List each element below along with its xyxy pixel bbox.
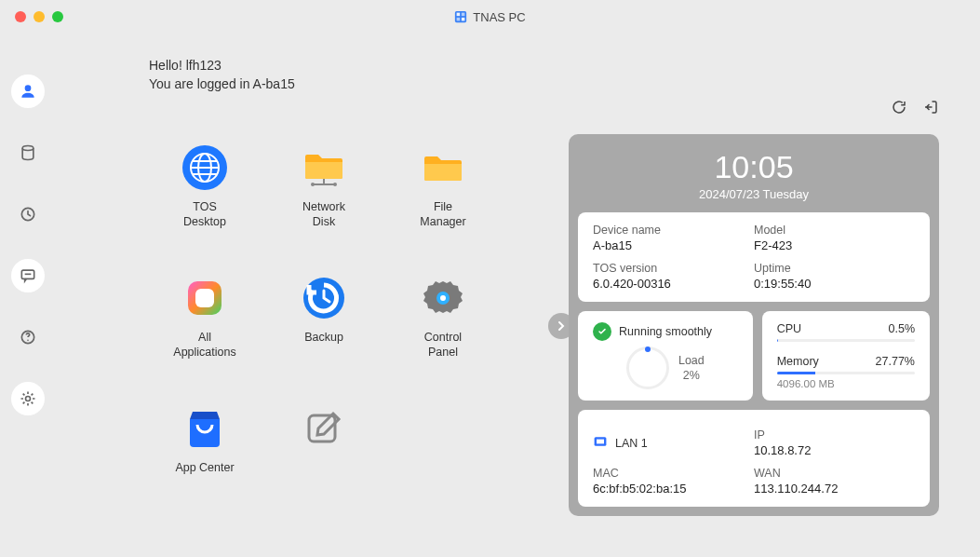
app-label: All Applications xyxy=(173,330,235,360)
maximize-button[interactable] xyxy=(52,11,63,22)
value: 6c:bf:b5:02:ba:15 xyxy=(593,482,754,496)
app-control-panel[interactable]: Control Panel xyxy=(387,274,499,386)
cpu-value: 0.5% xyxy=(889,322,916,335)
network-card: LAN 1 IP 10.18.8.72 MAC 6c:bf:b5:02:ba:1… xyxy=(578,410,930,507)
user-icon xyxy=(19,82,37,101)
svg-point-21 xyxy=(311,183,315,186)
app-all-applications[interactable]: All Applications xyxy=(149,274,261,386)
gear-icon xyxy=(19,389,37,408)
greeting: Hello! lfh123 You are logged in A-ba15 xyxy=(149,58,295,91)
model-field: Model F2-423 xyxy=(754,224,915,252)
svg-rect-4 xyxy=(462,18,465,21)
svg-rect-24 xyxy=(195,289,214,307)
value: 113.110.244.72 xyxy=(754,482,915,496)
apps-grid-icon xyxy=(181,274,229,322)
label: Load xyxy=(678,353,705,368)
greeting-hello: Hello! lfh123 xyxy=(149,58,295,73)
app-logo-icon xyxy=(454,10,467,23)
memory-bar xyxy=(777,372,915,374)
titlebar: TNAS PC xyxy=(0,0,980,34)
label: MAC xyxy=(593,467,754,480)
memory-total: 4096.00 MB xyxy=(777,378,915,389)
status-text: Running smoothly xyxy=(619,325,712,338)
minimize-button[interactable] xyxy=(34,11,45,22)
app-tos-desktop[interactable]: TOS Desktop xyxy=(149,143,261,255)
gear-solid-icon xyxy=(419,274,467,322)
logout-button[interactable] xyxy=(922,99,939,119)
app-file-manager[interactable]: File Manager xyxy=(387,143,499,255)
app-label: Control Panel xyxy=(424,330,462,360)
device-card: Device name A-ba15 Model F2-423 TOS vers… xyxy=(578,212,930,302)
ip-field: IP 10.18.8.72 xyxy=(754,428,915,457)
chat-icon xyxy=(19,266,37,285)
refresh-icon xyxy=(891,99,907,115)
cpu-card: CPU 0.5% Memory 27.77% 4096.00 MB xyxy=(762,311,930,401)
value: 10.18.8.72 xyxy=(754,443,915,457)
globe-icon xyxy=(181,143,229,192)
cpu-bar xyxy=(777,339,915,342)
svg-point-27 xyxy=(440,295,446,301)
lan-head: LAN 1 xyxy=(593,428,754,457)
help-icon xyxy=(19,328,37,346)
value: 6.0.420-00316 xyxy=(593,277,754,291)
svg-point-6 xyxy=(22,146,34,151)
logout-icon xyxy=(922,99,939,115)
label: TOS version xyxy=(593,262,754,275)
close-button[interactable] xyxy=(15,11,26,22)
app-label: Network Disk xyxy=(302,199,345,230)
label: IP xyxy=(754,428,915,442)
app-label: App Center xyxy=(175,460,234,475)
folder-icon xyxy=(419,143,467,192)
svg-rect-0 xyxy=(455,11,466,22)
svg-point-22 xyxy=(333,183,337,186)
sidebar-user[interactable] xyxy=(11,75,45,108)
app-app-center[interactable]: App Center xyxy=(149,404,261,516)
app-edit[interactable] xyxy=(268,404,380,516)
clock: 10:05 2024/07/23 Tuesday xyxy=(578,143,930,203)
value: 0:19:55:40 xyxy=(754,277,915,291)
dashboard: 10:05 2024/07/23 Tuesday Device name A-b… xyxy=(569,134,939,516)
time-text: 10:05 xyxy=(578,149,930,185)
value: A-ba15 xyxy=(593,238,754,252)
app-network-disk[interactable]: Network Disk xyxy=(268,143,380,255)
chevron-right-icon xyxy=(554,319,569,333)
value: F2-423 xyxy=(754,238,915,252)
svg-rect-1 xyxy=(457,13,461,17)
main: Hello! lfh123 You are logged in A-ba15 T… xyxy=(56,34,980,557)
sidebar-help[interactable] xyxy=(11,320,45,354)
svg-rect-2 xyxy=(462,13,465,17)
uptime-field: Uptime 0:19:55:40 xyxy=(754,262,915,291)
label: Uptime xyxy=(754,262,915,275)
load-gauge xyxy=(626,346,669,389)
value: 2% xyxy=(678,368,705,383)
app-grid: TOS Desktop Network Disk File Manager xyxy=(149,143,503,557)
edit-square-icon xyxy=(300,404,348,453)
app-backup[interactable]: Backup xyxy=(268,274,380,386)
title-text: TNAS PC xyxy=(473,10,525,24)
device-name-field: Device name A-ba15 xyxy=(593,224,754,252)
app-label: Backup xyxy=(304,330,343,345)
tos-version-field: TOS version 6.0.420-00316 xyxy=(593,262,754,291)
window: TNAS PC Hello! lfh1 xyxy=(0,0,980,557)
sidebar-disk[interactable] xyxy=(11,136,45,170)
content: Hello! lfh123 You are logged in A-ba15 T… xyxy=(0,34,980,557)
traffic-lights xyxy=(15,11,63,22)
svg-point-11 xyxy=(27,340,29,342)
window-title: TNAS PC xyxy=(0,10,980,24)
sidebar-chat[interactable] xyxy=(11,259,45,292)
lan-name: LAN 1 xyxy=(615,437,648,450)
svg-point-5 xyxy=(25,85,32,91)
svg-rect-3 xyxy=(457,18,461,21)
wan-field: WAN 113.110.244.72 xyxy=(754,467,915,496)
disk-icon xyxy=(19,143,37,162)
refresh-button[interactable] xyxy=(891,99,907,119)
toolbar-right xyxy=(891,99,939,119)
sidebar-history[interactable] xyxy=(11,197,45,231)
lan-icon xyxy=(593,434,608,452)
greeting-logged: You are logged in A-ba15 xyxy=(149,76,295,91)
app-label: File Manager xyxy=(420,199,465,230)
sidebar-settings[interactable] xyxy=(11,382,45,415)
backup-clock-icon xyxy=(300,274,348,322)
memory-label: Memory xyxy=(777,355,819,368)
label: WAN xyxy=(754,467,915,480)
